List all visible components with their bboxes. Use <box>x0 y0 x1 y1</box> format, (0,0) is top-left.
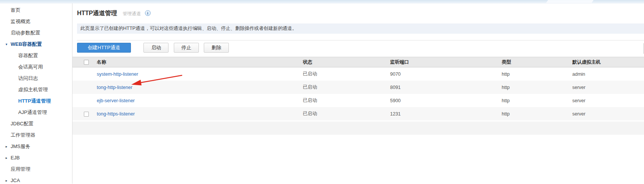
divider <box>77 40 644 41</box>
vhost-text: server <box>572 98 644 103</box>
top-strip-swoosh <box>544 0 595 3</box>
sidebar-item-label: 会话高可用 <box>0 61 43 73</box>
sidebar-item-label: EJB <box>0 152 20 164</box>
status-text: 已启动 <box>303 84 390 90</box>
port-text: 8091 <box>390 85 502 90</box>
vhost-text: admin <box>572 72 644 77</box>
status-text: 已启动 <box>303 71 390 77</box>
sidebar-item-monitor-overview[interactable]: 监视概览 <box>0 16 72 27</box>
start-button[interactable]: 启动 <box>143 43 168 53</box>
sidebar-item-ajp-channel[interactable]: AJP通道管理 <box>0 107 72 118</box>
sidebar-item-label: JDBC配置 <box>0 118 33 129</box>
column-header-vhost: 默认虚拟主机 <box>572 59 644 65</box>
sidebar-item-label: 监视概览 <box>0 16 30 27</box>
type-text: http <box>502 111 572 117</box>
info-icon[interactable]: i <box>145 10 151 16</box>
sidebar-item-label: AJP通道管理 <box>0 107 47 118</box>
header-checkbox-cell <box>72 59 97 65</box>
column-header-type: 类型 <box>502 59 572 65</box>
page-description: 此页显示了已创建的HTTP通道，可以对这些通道执行编辑、启动、停止、删除操作或者… <box>77 23 644 34</box>
listener-link[interactable]: system-http-listener <box>97 72 138 77</box>
sidebar-item-label: JCA <box>0 175 20 184</box>
page-subtitle: 管理通道 <box>123 9 141 18</box>
table-row: tong-http-listener 已启动 8091 http server <box>72 81 644 94</box>
vhost-text: server <box>572 85 644 90</box>
port-text: 5900 <box>390 98 502 103</box>
port-text: 9070 <box>390 72 502 77</box>
sidebar-item-label: 应用管理 <box>0 164 30 175</box>
page-title: HTTP通道管理 <box>77 9 117 17</box>
vhost-text: server <box>572 111 644 117</box>
sidebar-item-app-management[interactable]: 应用管理 <box>0 164 72 175</box>
sidebar-item-label: HTTP通道管理 <box>0 95 51 107</box>
sidebar-item-jca[interactable]: ▸JCA <box>0 175 72 184</box>
listener-link[interactable]: ejb-server-listener <box>97 98 135 103</box>
type-text: http <box>502 98 572 103</box>
sidebar-item-home[interactable]: 首页 <box>0 5 72 16</box>
sidebar-nav: 首页 监视概览 启动参数配置 ▾WEB容器配置 容器配置 会话高可用 访问日志 … <box>0 3 72 184</box>
table-row: tong-https-listener 已启动 1231 http server <box>72 107 644 120</box>
create-http-channel-button[interactable]: 创建HTTP通道 <box>77 43 131 53</box>
stop-button[interactable]: 停止 <box>174 43 199 53</box>
sidebar-item-label: 容器配置 <box>0 50 38 61</box>
sidebar-item-label: 首页 <box>0 5 20 16</box>
column-header-port: 监听端口 <box>390 59 502 65</box>
sidebar-item-jms-service[interactable]: ▸JMS服务 <box>0 141 72 152</box>
table-footer-band <box>72 122 644 135</box>
sidebar-item-ejb[interactable]: ▸EJB <box>0 152 72 164</box>
row-checkbox-cell <box>72 111 97 116</box>
status-text: 已启动 <box>303 97 390 104</box>
sidebar-item-access-log[interactable]: 访问日志 <box>0 73 72 84</box>
sidebar-item-container-config[interactable]: 容器配置 <box>0 50 72 61</box>
table-row: ejb-server-listener 已启动 5900 http server <box>72 94 644 107</box>
sidebar-item-jdbc-config[interactable]: JDBC配置 <box>0 118 72 129</box>
sidebar-item-session-ha[interactable]: 会话高可用 <box>0 61 72 73</box>
type-text: http <box>502 72 572 77</box>
port-text: 1231 <box>390 111 502 117</box>
page-header: HTTP通道管理 管理通道 i <box>77 9 644 17</box>
select-all-checkbox[interactable] <box>84 60 89 65</box>
sidebar-item-startup-params[interactable]: 启动参数配置 <box>0 27 72 39</box>
column-header-status: 状态 <box>303 59 390 65</box>
type-text: http <box>502 85 572 90</box>
row-checkbox[interactable] <box>84 112 89 117</box>
top-window-strip <box>0 0 644 3</box>
listener-table: 名称 状态 监听端口 类型 默认虚拟主机 system-http-listene… <box>72 57 644 135</box>
chevron-right-icon[interactable]: ▸ <box>4 175 9 184</box>
chevron-right-icon[interactable]: ▸ <box>4 152 9 164</box>
toolbar: 创建HTTP通道 启动 停止 删除 <box>77 43 644 53</box>
sidebar-item-label: 虚拟主机管理 <box>0 84 48 95</box>
table-header-row: 名称 状态 监听端口 类型 默认虚拟主机 <box>72 57 644 67</box>
column-header-name: 名称 <box>97 59 303 65</box>
listener-link[interactable]: tong-http-listener <box>97 85 132 90</box>
chevron-down-icon[interactable]: ▾ <box>4 39 9 50</box>
sidebar-item-web-container[interactable]: ▾WEB容器配置 <box>0 39 72 50</box>
sidebar-item-label: 启动参数配置 <box>0 27 40 39</box>
status-text: 已启动 <box>303 111 390 117</box>
main-content: HTTP通道管理 管理通道 i 此页显示了已创建的HTTP通道，可以对这些通道执… <box>72 3 644 184</box>
listener-link[interactable]: tong-https-listener <box>97 111 135 117</box>
sidebar-item-label: 访问日志 <box>0 73 38 84</box>
sidebar-item-label: 工作管理器 <box>0 129 35 141</box>
sidebar-item-work-manager[interactable]: 工作管理器 <box>0 129 72 141</box>
table-row: system-http-listener 已启动 9070 http admin <box>72 67 644 81</box>
sidebar-item-http-channel[interactable]: HTTP通道管理 <box>0 95 72 107</box>
delete-button[interactable]: 删除 <box>204 43 229 53</box>
chevron-right-icon[interactable]: ▸ <box>4 141 9 152</box>
sidebar-item-virtual-host[interactable]: 虚拟主机管理 <box>0 84 72 95</box>
